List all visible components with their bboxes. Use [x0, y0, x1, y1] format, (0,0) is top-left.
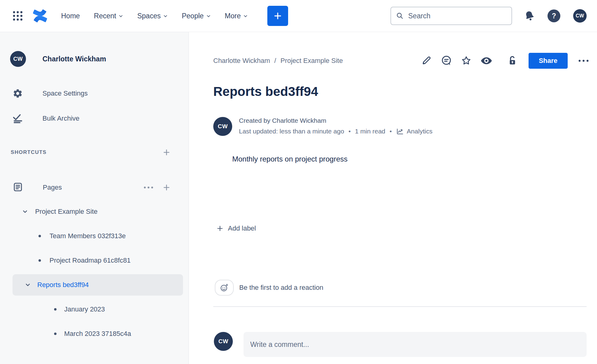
tree-item-label: Project Roadmap 61c8fc81	[49, 257, 130, 264]
nav-spaces[interactable]: Spaces	[137, 12, 168, 20]
pages-label: Pages	[43, 184, 62, 191]
space-avatar: CW	[10, 51, 26, 67]
pages-more-button[interactable]	[143, 186, 154, 189]
plus-icon	[273, 11, 282, 20]
edit-icon	[421, 55, 432, 66]
nav-recent-label: Recent	[94, 12, 116, 20]
help-icon: ?	[548, 9, 560, 22]
confluence-home-button[interactable]	[23, 9, 47, 23]
search-box[interactable]	[390, 7, 512, 25]
tree-item-label: Team Members 032f313e	[49, 232, 126, 240]
bullet-icon	[38, 259, 41, 262]
plus-icon	[163, 184, 170, 191]
user-avatar[interactable]: CW	[573, 9, 587, 23]
commenter-avatar: CW	[214, 332, 233, 351]
comment-input[interactable]	[250, 340, 580, 349]
add-reaction-button[interactable]	[215, 280, 234, 296]
add-page-button[interactable]	[163, 184, 170, 191]
page-tree: Project Example Site Team Members 032f31…	[0, 199, 189, 346]
created-by-text: Created by Charlotte Wickham	[239, 117, 432, 124]
bulk-archive-icon	[13, 113, 23, 124]
nav-recent[interactable]: Recent	[94, 12, 123, 20]
plus-icon	[163, 148, 170, 156]
comments-divider	[213, 306, 587, 307]
add-label-text: Add label	[228, 224, 256, 232]
favorite-button[interactable]	[461, 55, 472, 66]
tree-item-project-example-site[interactable]: Project Example Site	[0, 199, 189, 224]
reaction-row: Be the first to add a reaction	[213, 280, 590, 296]
shortcuts-heading: SHORTCUTS	[11, 149, 46, 155]
analytics-link[interactable]: Analytics	[396, 127, 432, 135]
space-header[interactable]: CW Charlotte Wickham	[0, 51, 189, 67]
confluence-logo	[33, 9, 47, 23]
add-shortcut-button[interactable]	[163, 148, 170, 156]
user-initials: CW	[576, 13, 584, 19]
watch-icon	[480, 55, 493, 67]
analytics-label: Analytics	[407, 128, 432, 135]
comment-button[interactable]	[441, 55, 452, 67]
search-input[interactable]	[408, 12, 507, 20]
tree-item-reports-selected[interactable]: Reports bed3ff94	[13, 274, 183, 296]
space-settings-label: Space Settings	[42, 89, 88, 97]
author-initials: CW	[218, 123, 228, 130]
tree-item-label: Reports bed3ff94	[37, 281, 89, 289]
comment-input-box[interactable]	[244, 332, 587, 357]
help-button[interactable]: ?	[548, 9, 560, 22]
restrictions-button[interactable]	[507, 55, 518, 66]
share-button[interactable]: Share	[529, 53, 568, 69]
edit-button[interactable]	[421, 55, 432, 66]
pages-icon	[13, 182, 23, 192]
breadcrumb-space[interactable]: Charlotte Wickham	[213, 57, 270, 65]
separator-dot: •	[390, 128, 392, 135]
page-title: Reports bed3ff94	[213, 83, 590, 100]
chevron-down-icon	[206, 14, 211, 18]
breadcrumb-parent-page[interactable]: Project Example Site	[280, 57, 343, 65]
author-avatar[interactable]: CW	[213, 117, 232, 136]
comment-composer: CW	[213, 332, 590, 357]
read-time-text: 1 min read	[355, 128, 385, 135]
ellipsis-icon	[143, 186, 154, 189]
tree-item-team-members[interactable]: Team Members 032f313e	[0, 224, 189, 248]
unlock-icon	[507, 55, 518, 66]
bell-icon	[522, 9, 537, 24]
shortcuts-section-header: SHORTCUTS	[0, 149, 189, 156]
create-button[interactable]	[267, 6, 288, 26]
separator-dot: •	[348, 128, 350, 135]
chevron-down-icon	[243, 14, 248, 18]
breadcrumb: Charlotte Wickham / Project Example Site	[213, 57, 343, 65]
bullet-icon	[54, 308, 57, 311]
nav-home[interactable]: Home	[61, 12, 80, 20]
bullet-icon	[38, 235, 41, 237]
bulk-archive-label: Bulk Archive	[42, 115, 79, 122]
bullet-icon	[54, 333, 57, 335]
tree-item-january-2023[interactable]: January 2023	[0, 297, 189, 322]
star-icon	[461, 55, 472, 66]
nav-more[interactable]: More	[225, 12, 248, 20]
add-reaction-icon	[220, 283, 229, 292]
plus-icon	[216, 225, 224, 232]
pages-section-header[interactable]: Pages	[0, 182, 189, 193]
nav-people[interactable]: People	[182, 12, 211, 20]
space-name: Charlotte Wickham	[42, 55, 106, 63]
last-updated-text[interactable]: Last updated: less than a minute ago	[239, 128, 344, 135]
sidebar-item-bulk-archive[interactable]: Bulk Archive	[0, 113, 189, 124]
sidebar-item-space-settings[interactable]: Space Settings	[0, 88, 189, 99]
notifications-button[interactable]	[524, 10, 535, 22]
breadcrumb-separator: /	[274, 57, 276, 65]
app-switcher-button[interactable]	[12, 10, 23, 21]
page-more-button[interactable]	[577, 59, 590, 63]
page-actions: Share	[421, 53, 590, 69]
page-content: Charlotte Wickham / Project Example Site	[189, 32, 597, 364]
add-label-button[interactable]: Add label	[213, 224, 590, 232]
chevron-down-icon	[119, 14, 123, 18]
commenter-initials: CW	[218, 338, 229, 345]
nav-home-label: Home	[61, 12, 80, 20]
nav-people-label: People	[182, 12, 204, 20]
chevron-down-icon	[163, 14, 168, 18]
top-navigation-bar: Home Recent Spaces People More ?	[0, 0, 597, 32]
tree-item-project-roadmap[interactable]: Project Roadmap 61c8fc81	[0, 248, 189, 273]
watch-button[interactable]	[480, 55, 493, 67]
nav-more-label: More	[225, 12, 241, 20]
nav-spaces-label: Spaces	[137, 12, 161, 20]
tree-item-march-2023[interactable]: March 2023 37185c4a	[0, 322, 189, 346]
